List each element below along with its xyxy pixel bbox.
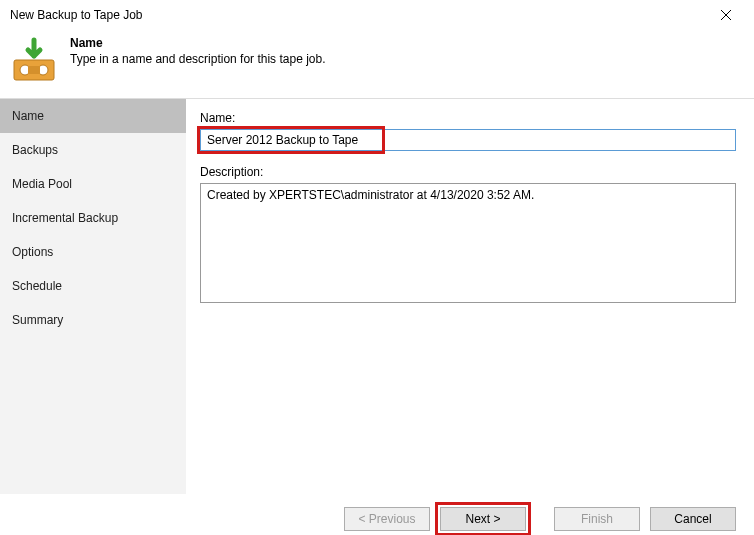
- description-label: Description:: [200, 165, 736, 179]
- previous-button: < Previous: [344, 507, 430, 531]
- wizard-header: Name Type in a name and description for …: [0, 30, 754, 98]
- description-textarea[interactable]: [200, 183, 736, 303]
- wizard-steps-sidebar: Name Backups Media Pool Incremental Back…: [0, 98, 186, 494]
- wizard-main-panel: Name: Description:: [186, 98, 754, 494]
- close-icon: [721, 10, 731, 20]
- sidebar-item-media-pool[interactable]: Media Pool: [0, 167, 186, 201]
- header-subtitle: Type in a name and description for this …: [70, 52, 326, 66]
- next-button[interactable]: Next >: [440, 507, 526, 531]
- tape-job-icon: [10, 36, 58, 84]
- sidebar-item-summary[interactable]: Summary: [0, 303, 186, 337]
- name-label: Name:: [200, 111, 736, 125]
- sidebar-item-incremental-backup[interactable]: Incremental Backup: [0, 201, 186, 235]
- window-title: New Backup to Tape Job: [10, 8, 143, 22]
- sidebar-item-options[interactable]: Options: [0, 235, 186, 269]
- sidebar-item-schedule[interactable]: Schedule: [0, 269, 186, 303]
- sidebar-item-name[interactable]: Name: [0, 99, 186, 133]
- sidebar-item-backups[interactable]: Backups: [0, 133, 186, 167]
- cancel-button[interactable]: Cancel: [650, 507, 736, 531]
- header-title: Name: [70, 36, 326, 50]
- finish-button: Finish: [554, 507, 640, 531]
- titlebar: New Backup to Tape Job: [0, 0, 754, 30]
- close-button[interactable]: [706, 1, 746, 29]
- name-input[interactable]: [200, 129, 736, 151]
- wizard-footer: < Previous Next > Finish Cancel: [0, 494, 754, 535]
- svg-rect-5: [28, 66, 40, 74]
